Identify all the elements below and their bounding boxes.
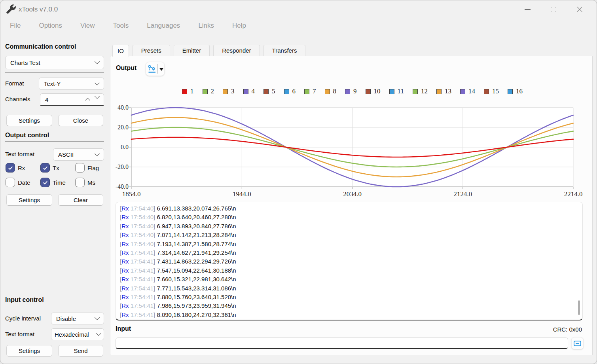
minimize-button[interactable] <box>514 0 540 19</box>
x-axis-tick-label: 2034.0 <box>343 190 362 198</box>
checkbox-tx[interactable]: Tx <box>40 163 75 173</box>
divider <box>5 109 104 109</box>
log-line: [Rx 17:54:40] 7.071,14.142,21.213,28.284… <box>120 231 578 239</box>
cycle-interval-label: Cycle interval <box>5 315 41 322</box>
legend-item-1[interactable]: 1 <box>182 87 194 95</box>
log-line: [Rx 17:54:41] 8.090,16.180,24.270,32.361… <box>120 311 578 319</box>
tab-emitter[interactable]: Emitter <box>174 45 210 56</box>
y-axis-tick-label: -40.0 <box>116 183 129 190</box>
legend-swatch-icon <box>389 89 394 94</box>
comm-close-button[interactable]: Close <box>58 115 103 126</box>
log-line: [Rx 17:54:41] 7.986,15.973,23.959,31.945… <box>120 301 578 310</box>
legend-item-2[interactable]: 2 <box>203 87 214 95</box>
menu-tools[interactable]: Tools <box>113 22 129 30</box>
legend-item-16[interactable]: 16 <box>508 87 523 95</box>
maximize-icon <box>551 7 556 12</box>
device-type-select[interactable]: Charts Test <box>5 56 104 69</box>
legend-swatch-icon <box>263 89 269 94</box>
menu-options[interactable]: Options <box>39 22 62 30</box>
dropdown-arrow-icon[interactable] <box>159 68 163 73</box>
app-window: xTools v7.0.0 File Options View Tools La… <box>0 0 597 364</box>
legend-swatch-icon <box>508 89 513 94</box>
tab-io[interactable]: IO <box>112 45 129 57</box>
io-panel: Output 12345678910111213141516 40.020.00… <box>110 56 593 355</box>
input-format-button[interactable] <box>571 337 584 349</box>
log-line: [Rx 17:54:40] 6.691,13.383,20.074,26.765… <box>120 204 578 213</box>
legend-swatch-icon <box>182 89 187 94</box>
legend-swatch-icon <box>325 89 330 94</box>
maximize-button[interactable] <box>540 0 567 19</box>
spin-up-icon[interactable] <box>85 98 90 103</box>
input-text-format-select[interactable]: Hexadecimal <box>51 328 104 340</box>
window-title: xTools v7.0.0 <box>19 6 58 13</box>
output-clear-button[interactable]: Clear <box>58 194 103 206</box>
cycle-interval-select[interactable]: Disable <box>51 313 104 324</box>
format-select[interactable]: Text-Y <box>39 78 104 90</box>
log-line: [Rx 17:54:41] 7.431,14.863,22.294,29.726… <box>120 257 578 266</box>
input-section-label: Input <box>116 325 131 332</box>
chevron-down-icon <box>95 59 100 64</box>
log-line: [Rx 17:54:41] 7.314,14.627,21.941,29.254… <box>120 248 578 257</box>
format-label: Format <box>5 80 24 87</box>
output-log[interactable]: [Rx 17:54:40] 6.691,13.383,20.074,26.765… <box>116 202 583 320</box>
title-bar[interactable]: xTools v7.0.0 <box>0 0 597 19</box>
menu-links[interactable]: Links <box>198 22 214 30</box>
crc-status: CRC: 0x00 <box>553 326 582 333</box>
legend-item-15[interactable]: 15 <box>484 87 499 95</box>
legend-item-8[interactable]: 8 <box>325 87 337 95</box>
legend-item-11[interactable]: 11 <box>389 87 404 95</box>
legend-item-3[interactable]: 3 <box>223 87 235 95</box>
tab-responder[interactable]: Responder <box>213 45 260 56</box>
menu-file[interactable]: File <box>10 22 21 30</box>
checkbox-rx[interactable]: Rx <box>6 163 40 173</box>
legend-item-7[interactable]: 7 <box>304 87 316 95</box>
checked-box-icon <box>6 163 15 173</box>
checkbox-flag[interactable]: Flag <box>75 163 104 173</box>
output-text-format-select[interactable]: ASCII <box>53 148 104 161</box>
send-input-field[interactable] <box>116 337 568 349</box>
menu-languages[interactable]: Languages <box>147 22 180 30</box>
legend-item-14[interactable]: 14 <box>460 87 475 95</box>
channels-stepper[interactable]: 4 <box>40 93 104 106</box>
divider <box>5 72 104 73</box>
legend-item-4[interactable]: 4 <box>243 87 255 95</box>
input-settings-button[interactable]: Settings <box>6 345 52 356</box>
close-button[interactable] <box>567 0 593 19</box>
legend-swatch-icon <box>484 89 489 94</box>
legend-swatch-icon <box>223 89 228 94</box>
legend-item-5[interactable]: 5 <box>263 87 275 95</box>
unchecked-box-icon <box>75 178 85 187</box>
tab-presets[interactable]: Presets <box>133 45 170 56</box>
checkbox-time[interactable]: Time <box>40 178 75 187</box>
x-axis-tick-label: 2214.0 <box>564 190 583 198</box>
menu-help[interactable]: Help <box>232 22 246 30</box>
output-section-label: Output <box>116 64 136 72</box>
legend-item-9[interactable]: 9 <box>345 87 357 95</box>
y-axis-tick-label: 20.0 <box>118 124 129 131</box>
crc-value: 0x00 <box>569 326 582 333</box>
legend-item-10[interactable]: 10 <box>366 87 381 95</box>
input-control-heading: Input control <box>5 296 44 303</box>
output-view-mode-button[interactable] <box>146 62 165 76</box>
output-chart[interactable]: 40.020.00.0-20.0-40.01854.01944.02034.02… <box>131 108 573 187</box>
main-tab-bar: IO Presets Emitter Responder Transfers <box>112 45 305 57</box>
menu-view[interactable]: View <box>80 22 95 30</box>
checkbox-ms[interactable]: Ms <box>75 178 104 187</box>
checkbox-date[interactable]: Date <box>6 178 40 187</box>
tab-transfers[interactable]: Transfers <box>263 45 306 56</box>
legend-item-13[interactable]: 13 <box>436 87 451 95</box>
spin-down-icon[interactable] <box>95 94 100 99</box>
checked-box-icon <box>40 163 50 173</box>
output-option-checkboxes: RxTxFlagDateTimeMs <box>6 163 104 187</box>
comm-settings-button[interactable]: Settings <box>6 115 52 126</box>
minimize-icon <box>525 9 531 10</box>
input-send-button[interactable]: Send <box>58 345 103 356</box>
legend-item-6[interactable]: 6 <box>284 87 296 95</box>
log-scrollbar[interactable] <box>578 300 580 315</box>
chevron-down-icon <box>95 80 100 85</box>
output-settings-button[interactable]: Settings <box>6 194 52 206</box>
legend-item-12[interactable]: 12 <box>413 87 428 95</box>
unchecked-box-icon <box>6 178 15 187</box>
log-line: [Rx 17:54:40] 7.193,14.387,21.580,28.774… <box>120 240 578 248</box>
wrench-icon <box>6 4 16 14</box>
